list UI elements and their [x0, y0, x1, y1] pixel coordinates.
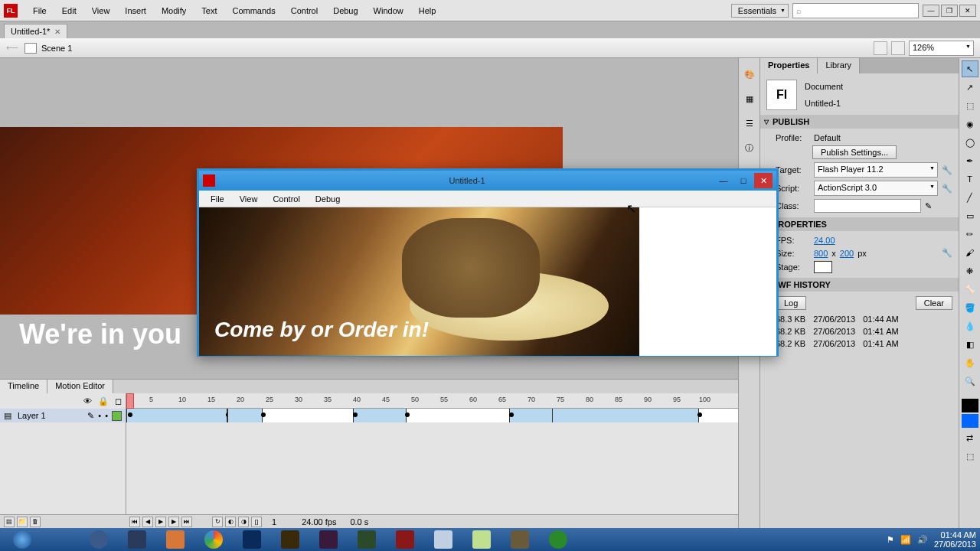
- swf-maximize-button[interactable]: □: [734, 173, 753, 188]
- document-tab[interactable]: Untitled-1* ✕: [4, 24, 67, 38]
- free-transform-tool[interactable]: ⬚: [962, 97, 978, 114]
- frame-span[interactable]: [227, 409, 263, 422]
- last-frame-button[interactable]: ⏭: [181, 517, 192, 527]
- deco-tool[interactable]: ❋: [962, 262, 978, 279]
- properties-section-header[interactable]: PROPERTIES: [760, 217, 959, 231]
- layer-vis-dot[interactable]: •: [98, 411, 101, 420]
- frame-span[interactable]: [509, 409, 554, 422]
- tab-motion-editor[interactable]: Motion Editor: [47, 380, 113, 393]
- layer-row[interactable]: ▤ Layer 1 ✎ • •: [0, 409, 126, 422]
- pen-tool[interactable]: ✒: [962, 152, 978, 169]
- tray-network-icon[interactable]: 📶: [900, 535, 911, 545]
- restore-button[interactable]: ❐: [941, 5, 958, 17]
- text-tool[interactable]: T: [962, 171, 978, 187]
- taskbar-app[interactable]: [157, 529, 194, 550]
- menu-modify[interactable]: Modify: [154, 3, 194, 18]
- menu-insert[interactable]: Insert: [117, 3, 154, 18]
- menu-control[interactable]: Control: [283, 3, 325, 18]
- info-panel-icon[interactable]: ⓘ: [741, 139, 758, 156]
- edit-scene-icon[interactable]: [874, 41, 887, 55]
- taskbar-illustrator[interactable]: [272, 529, 309, 550]
- menu-help[interactable]: Help: [411, 3, 444, 18]
- brush-tool[interactable]: 🖌: [962, 244, 978, 261]
- taskbar-app[interactable]: [119, 529, 155, 550]
- height-value[interactable]: 200: [840, 249, 854, 258]
- lock-icon[interactable]: 🔒: [98, 396, 109, 406]
- back-arrow-icon[interactable]: ⟵: [6, 43, 18, 53]
- taskbar-app[interactable]: [501, 529, 538, 550]
- taskbar-chrome[interactable]: [195, 529, 232, 550]
- keyframe[interactable]: [261, 412, 266, 417]
- taskbar-dreamweaver[interactable]: [348, 529, 385, 550]
- wrench-icon[interactable]: 🔧: [942, 184, 952, 194]
- swf-minimize-button[interactable]: —: [714, 173, 733, 188]
- layer-color-swatch[interactable]: [112, 411, 122, 421]
- subselection-tool[interactable]: ↗: [962, 79, 978, 96]
- rectangle-tool[interactable]: ▭: [962, 207, 978, 224]
- tray-flag-icon[interactable]: ⚑: [887, 535, 894, 545]
- menu-edit[interactable]: Edit: [54, 3, 84, 18]
- minimize-button[interactable]: —: [923, 5, 939, 17]
- keyframe[interactable]: [405, 412, 410, 417]
- width-value[interactable]: 800: [814, 249, 828, 258]
- tab-timeline[interactable]: Timeline: [0, 380, 47, 393]
- paint-bucket-tool[interactable]: 🪣: [962, 299, 978, 316]
- edit-frames-button[interactable]: []: [251, 517, 262, 527]
- keyframe[interactable]: [509, 412, 514, 417]
- bone-tool[interactable]: 🦴: [962, 281, 978, 298]
- publish-section-header[interactable]: PUBLISH: [760, 115, 959, 129]
- tab-properties[interactable]: Properties: [760, 58, 818, 73]
- hand-tool[interactable]: ✋: [962, 354, 978, 371]
- menu-text[interactable]: Text: [194, 3, 224, 18]
- taskbar-utorrent[interactable]: [540, 529, 577, 550]
- outline-icon[interactable]: ◻: [115, 396, 122, 406]
- taskbar-app[interactable]: [463, 529, 500, 550]
- pencil-tool[interactable]: ✏: [962, 226, 978, 243]
- menu-file[interactable]: File: [25, 3, 54, 18]
- swatches-panel-icon[interactable]: ▦: [741, 90, 758, 107]
- frame-span[interactable]: [552, 409, 699, 422]
- selection-tool[interactable]: ↖: [962, 60, 978, 77]
- taskbar-flash[interactable]: [387, 529, 423, 550]
- start-button[interactable]: [4, 529, 41, 550]
- loop-button[interactable]: ↻: [212, 517, 223, 527]
- close-button[interactable]: ✕: [959, 5, 976, 17]
- search-input[interactable]: ⌕: [792, 3, 919, 18]
- swf-menu-view[interactable]: View: [232, 193, 266, 205]
- eyedropper-tool[interactable]: 💧: [962, 318, 978, 334]
- taskbar-photoshop[interactable]: [234, 529, 270, 550]
- frame-span[interactable]: [126, 409, 227, 422]
- history-section-header[interactable]: SWF HISTORY: [760, 278, 959, 292]
- layer-lock-dot[interactable]: •: [105, 411, 108, 420]
- play-button[interactable]: ▶: [155, 517, 166, 527]
- wrench-icon[interactable]: 🔧: [942, 165, 952, 175]
- fill-color[interactable]: [962, 414, 978, 428]
- prev-frame-button[interactable]: ◀: [142, 517, 153, 527]
- wrench-icon[interactable]: 🔧: [942, 248, 952, 258]
- log-button[interactable]: Log: [776, 296, 806, 310]
- keyframe[interactable]: [353, 412, 358, 417]
- taskbar-explorer[interactable]: [42, 529, 79, 550]
- workspace-selector[interactable]: Essentials: [731, 4, 789, 18]
- delete-layer-button[interactable]: 🗑: [30, 517, 41, 527]
- pencil-icon[interactable]: ✎: [925, 201, 932, 211]
- keyframe[interactable]: [128, 412, 132, 417]
- line-tool[interactable]: ╱: [962, 189, 978, 206]
- swf-titlebar[interactable]: Untitled-1 — □ ✕: [199, 171, 776, 191]
- swf-menu-control[interactable]: Control: [265, 193, 307, 205]
- taskbar-clock[interactable]: 01:44 AM 27/06/2013: [934, 530, 976, 549]
- scene-name[interactable]: Scene 1: [41, 44, 72, 53]
- menu-commands[interactable]: Commands: [224, 3, 283, 18]
- menu-view[interactable]: View: [84, 3, 118, 18]
- eraser-tool[interactable]: ◧: [962, 336, 978, 353]
- swf-menu-file[interactable]: File: [203, 193, 232, 205]
- new-layer-button[interactable]: ▤: [4, 517, 15, 527]
- color-panel-icon[interactable]: 🎨: [741, 66, 758, 83]
- publish-settings-button[interactable]: Publish Settings...: [812, 145, 897, 159]
- menu-debug[interactable]: Debug: [325, 3, 365, 18]
- frame-track[interactable]: [126, 409, 738, 422]
- eye-icon[interactable]: 👁: [83, 396, 92, 406]
- zoom-selector[interactable]: 126%: [909, 41, 974, 56]
- stroke-color[interactable]: [962, 399, 978, 412]
- taskbar-app[interactable]: [425, 529, 462, 550]
